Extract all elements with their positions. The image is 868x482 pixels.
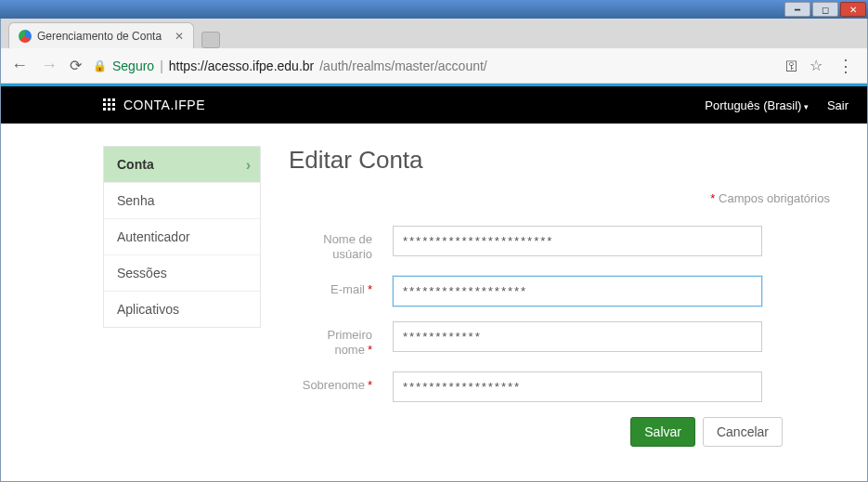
address-separator: | <box>160 59 163 73</box>
brand-text: CONTA.IFPE <box>123 98 205 112</box>
email-field[interactable] <box>393 276 762 306</box>
brand[interactable]: CONTA.IFPE <box>103 98 205 112</box>
content-area: Conta Senha Autenticador Sessões Aplicat… <box>1 124 867 447</box>
sidebar: Conta Senha Autenticador Sessões Aplicat… <box>103 146 261 328</box>
language-switcher[interactable]: Português (Brasil) <box>705 98 809 112</box>
app-topbar: CONTA.IFPE Português (Brasil) Sair <box>1 86 867 124</box>
sidebar-item-label: Aplicativos <box>117 302 179 317</box>
username-field[interactable] <box>393 226 762 256</box>
os-window-titlebar: ━ ◻ ✕ <box>0 0 868 19</box>
label-username: Nome de usúario <box>289 226 372 261</box>
form-row-lastname: Sobrenome* <box>289 371 830 402</box>
label-lastname: Sobrenome* <box>289 371 372 393</box>
reload-button[interactable]: ⟳ <box>70 57 82 74</box>
back-button[interactable]: ← <box>10 56 29 75</box>
firstname-field[interactable] <box>393 321 762 352</box>
label-username-text: Nome de usúario <box>323 232 372 261</box>
secure-label: Seguro <box>112 59 154 73</box>
tab-close-icon[interactable]: ✕ <box>175 30 184 43</box>
form-actions: Salvar Cancelar <box>289 417 783 447</box>
site-key-icon[interactable]: ⚿ <box>785 59 798 73</box>
titlebar-spacer <box>757 2 783 17</box>
brand-grid-icon <box>103 98 116 111</box>
label-email-text: E-mail <box>330 282 365 296</box>
label-lastname-text: Sobrenome <box>303 378 365 392</box>
label-firstname-text: Primeiro nome <box>328 328 372 357</box>
form-row-firstname: Primeiro nome* <box>289 321 830 357</box>
sidebar-item-conta[interactable]: Conta <box>104 147 260 183</box>
sidebar-item-label: Sessões <box>117 266 167 280</box>
label-email: E-mail* <box>289 276 372 297</box>
required-note-text: Campos obrigatórios <box>719 191 830 205</box>
topbar-right: Português (Brasil) Sair <box>705 98 849 112</box>
sidebar-item-autenticador[interactable]: Autenticador <box>104 219 260 255</box>
window-close-button[interactable]: ✕ <box>840 2 866 17</box>
sidebar-item-senha[interactable]: Senha <box>104 183 260 219</box>
window-minimize-button[interactable]: ━ <box>784 2 810 17</box>
label-firstname: Primeiro nome* <box>289 321 372 357</box>
form-row-email: E-mail* <box>289 276 830 306</box>
url-host: https://acesso.ifpe.edu.br <box>169 59 314 73</box>
cancel-button[interactable]: Cancelar <box>703 417 783 447</box>
url-path: /auth/realms/master/account/ <box>319 59 487 73</box>
form-row-username: Nome de usúario <box>289 226 830 261</box>
tab-title: Gerenciamento de Conta <box>37 30 169 43</box>
tab-favicon-icon <box>19 30 32 43</box>
required-note: * Campos obrigatórios <box>289 191 830 205</box>
sidebar-item-label: Senha <box>117 193 154 208</box>
lock-icon: 🔒 <box>93 59 107 72</box>
bookmark-star-icon[interactable]: ☆ <box>810 57 823 74</box>
sidebar-item-label: Autenticador <box>117 229 190 244</box>
browser-tab[interactable]: Gerenciamento de Conta ✕ <box>8 22 194 48</box>
sidebar-item-label: Conta <box>117 157 154 172</box>
address-bar[interactable]: 🔒 Seguro | https://acesso.ifpe.edu.br/au… <box>93 59 774 73</box>
page-viewport: CONTA.IFPE Português (Brasil) Sair Conta… <box>1 84 867 481</box>
sidebar-item-sessoes[interactable]: Sessões <box>104 255 260 292</box>
browser-tabstrip: Gerenciamento de Conta ✕ <box>1 19 867 48</box>
browser-window: Gerenciamento de Conta ✕ ← → ⟳ 🔒 Seguro … <box>0 19 868 482</box>
logout-link[interactable]: Sair <box>827 98 849 112</box>
lastname-field[interactable] <box>393 371 762 402</box>
main-panel: Editar Conta * Campos obrigatórios Nome … <box>289 146 830 447</box>
new-tab-button[interactable] <box>201 32 220 48</box>
browser-toolbar: ← → ⟳ 🔒 Seguro | https://acesso.ifpe.edu… <box>1 48 867 84</box>
window-maximize-button[interactable]: ◻ <box>812 2 838 17</box>
save-button[interactable]: Salvar <box>630 417 695 447</box>
page-title: Editar Conta <box>289 146 830 175</box>
browser-menu-icon[interactable]: ⋮ <box>834 56 858 76</box>
forward-button[interactable]: → <box>40 56 58 75</box>
sidebar-item-aplicativos[interactable]: Aplicativos <box>104 292 260 327</box>
